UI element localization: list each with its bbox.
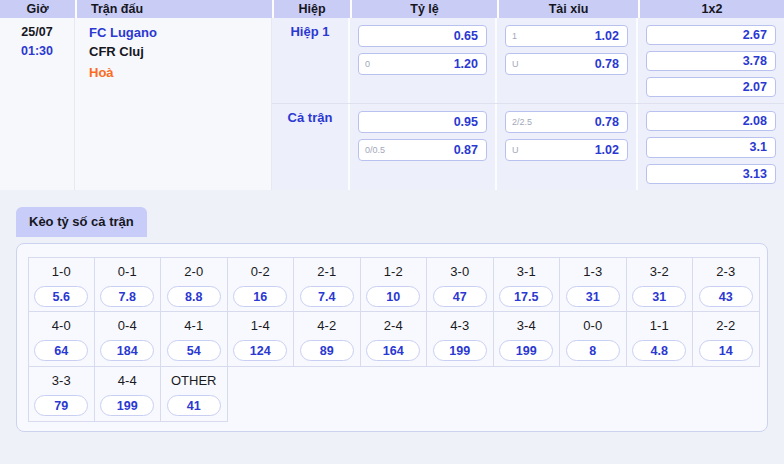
1x2-odds-button[interactable]: 2.67 bbox=[646, 25, 776, 45]
odds-value: 2.08 bbox=[743, 114, 767, 128]
score-cell: 0-08 bbox=[560, 312, 627, 367]
odds-value: 0.95 bbox=[454, 115, 478, 129]
score-label: 4-4 bbox=[118, 373, 137, 388]
odds-value: 3.78 bbox=[743, 54, 767, 68]
match-date: 25/07 bbox=[0, 25, 74, 39]
score-odds-button[interactable]: 164 bbox=[366, 340, 420, 361]
overunder-odds-button[interactable]: U 0.78 bbox=[505, 53, 628, 75]
score-label: 4-0 bbox=[52, 318, 71, 333]
score-odds-button[interactable]: 5.6 bbox=[34, 286, 88, 307]
period-label: Hiệp 1 bbox=[272, 18, 350, 103]
odds-line-label: 0 bbox=[365, 59, 370, 69]
time-cell: 25/07 01:30 bbox=[0, 18, 75, 190]
score-cell-empty bbox=[693, 367, 760, 422]
score-cell: 4-3199 bbox=[427, 312, 494, 367]
score-cell: 3-231 bbox=[627, 257, 694, 312]
1x2-odds-button[interactable]: 3.13 bbox=[646, 164, 776, 184]
odds-value: 0.87 bbox=[454, 143, 478, 157]
score-cell-empty bbox=[494, 367, 561, 422]
odds-line-label: U bbox=[512, 145, 519, 155]
handicap-odds-button[interactable]: 0.65 bbox=[358, 25, 487, 47]
odds-value: 1.02 bbox=[595, 29, 619, 43]
score-label: 3-1 bbox=[517, 264, 536, 279]
score-label: 2-3 bbox=[716, 264, 735, 279]
score-odds-panel: 1-05.60-17.82-08.80-2162-17.41-2103-0473… bbox=[16, 243, 768, 432]
score-cell: 0-4184 bbox=[95, 312, 162, 367]
handicap-odds-button[interactable]: 0/0.5 0.87 bbox=[358, 139, 487, 161]
score-cell: 3-4199 bbox=[494, 312, 561, 367]
overunder-odds-button[interactable]: 2/2.5 0.78 bbox=[505, 111, 628, 133]
score-label: 4-2 bbox=[317, 318, 336, 333]
1x2-odds-column: 2.08 3.1 3.13 bbox=[638, 104, 784, 190]
score-odds-button[interactable]: 8.8 bbox=[167, 286, 221, 307]
odds-area: Hiệp 1 0.65 0 1.20 1 1.02 bbox=[272, 18, 784, 190]
odds-value: 1.02 bbox=[595, 143, 619, 157]
overunder-odds-button[interactable]: 1 1.02 bbox=[505, 25, 628, 47]
away-team: CFR Cluj bbox=[89, 44, 271, 59]
tab-score-odds[interactable]: Kèo tỷ số cả trận bbox=[16, 207, 147, 237]
score-odds-button[interactable]: 64 bbox=[34, 340, 88, 361]
score-label: 2-4 bbox=[384, 318, 403, 333]
score-cell: 2-08.8 bbox=[161, 257, 228, 312]
score-odds-button[interactable]: 16 bbox=[233, 286, 287, 307]
match-time: 01:30 bbox=[0, 44, 74, 58]
column-header-match: Trận đấu bbox=[75, 0, 272, 18]
score-odds-button[interactable]: 8 bbox=[566, 340, 620, 361]
score-label: OTHER bbox=[171, 373, 217, 388]
score-odds-button[interactable]: 89 bbox=[300, 340, 354, 361]
score-label: 0-2 bbox=[251, 264, 270, 279]
period-row-fulltime: Cả trận 0.95 0/0.5 0.87 2/2.5 0.78 bbox=[272, 104, 784, 190]
score-label: 3-3 bbox=[52, 373, 71, 388]
odds-value: 0.65 bbox=[454, 29, 478, 43]
score-cell-empty bbox=[627, 367, 694, 422]
score-odds-button[interactable]: 10 bbox=[366, 286, 420, 307]
1x2-odds-button[interactable]: 2.07 bbox=[646, 77, 776, 97]
score-cell: 2-4164 bbox=[361, 312, 428, 367]
score-cell: 1-14.8 bbox=[627, 312, 694, 367]
home-team-link[interactable]: FC Lugano bbox=[89, 25, 271, 40]
score-odds-button[interactable]: 199 bbox=[433, 340, 487, 361]
handicap-odds-button[interactable]: 0.95 bbox=[358, 111, 487, 133]
score-odds-button[interactable]: 47 bbox=[433, 286, 487, 307]
overunder-odds-button[interactable]: U 1.02 bbox=[505, 139, 628, 161]
handicap-odds-button[interactable]: 0 1.20 bbox=[358, 53, 487, 75]
score-label: 3-2 bbox=[650, 264, 669, 279]
score-cell: 3-047 bbox=[427, 257, 494, 312]
score-cell: 1-4124 bbox=[228, 312, 295, 367]
score-cell-empty bbox=[294, 367, 361, 422]
match-odds-table: Giờ Trận đấu Hiệp Tỷ lệ Tài xỉu 1x2 25/0… bbox=[0, 0, 784, 190]
odds-value: 2.67 bbox=[743, 28, 767, 42]
1x2-odds-button[interactable]: 2.08 bbox=[646, 111, 776, 131]
score-cell: 4-289 bbox=[294, 312, 361, 367]
1x2-odds-button[interactable]: 3.1 bbox=[646, 137, 776, 157]
score-cell: 1-331 bbox=[560, 257, 627, 312]
score-odds-button[interactable]: 14 bbox=[699, 340, 753, 361]
1x2-odds-button[interactable]: 3.78 bbox=[646, 51, 776, 71]
score-odds-button[interactable]: 41 bbox=[167, 395, 221, 416]
score-odds-button[interactable]: 199 bbox=[499, 340, 553, 361]
overunder-odds-column: 1 1.02 U 0.78 bbox=[497, 18, 638, 103]
score-label: 1-0 bbox=[52, 264, 71, 279]
score-odds-button[interactable]: 54 bbox=[167, 340, 221, 361]
odds-line-label: U bbox=[512, 59, 519, 69]
score-cell: 0-17.8 bbox=[95, 257, 162, 312]
overunder-odds-column: 2/2.5 0.78 U 1.02 bbox=[497, 104, 638, 190]
score-cell: 2-17.4 bbox=[294, 257, 361, 312]
score-odds-button[interactable]: 7.4 bbox=[300, 286, 354, 307]
score-odds-button[interactable]: 31 bbox=[632, 286, 686, 307]
column-header-period: Hiệp bbox=[272, 0, 350, 18]
score-odds-button[interactable]: 199 bbox=[100, 395, 154, 416]
odds-value: 3.1 bbox=[750, 140, 767, 154]
score-odds-button[interactable]: 31 bbox=[566, 286, 620, 307]
column-header-handicap: Tỷ lệ bbox=[350, 0, 497, 18]
score-odds-button[interactable]: 17.5 bbox=[499, 286, 553, 307]
score-odds-button[interactable]: 4.8 bbox=[632, 340, 686, 361]
score-cell: 3-379 bbox=[28, 367, 95, 422]
score-odds-button[interactable]: 124 bbox=[233, 340, 287, 361]
score-odds-button[interactable]: 79 bbox=[34, 395, 88, 416]
score-odds-button[interactable]: 43 bbox=[699, 286, 753, 307]
score-odds-button[interactable]: 184 bbox=[100, 340, 154, 361]
odds-line-label: 0/0.5 bbox=[365, 145, 385, 155]
score-odds-button[interactable]: 7.8 bbox=[100, 286, 154, 307]
score-label: 1-3 bbox=[583, 264, 602, 279]
